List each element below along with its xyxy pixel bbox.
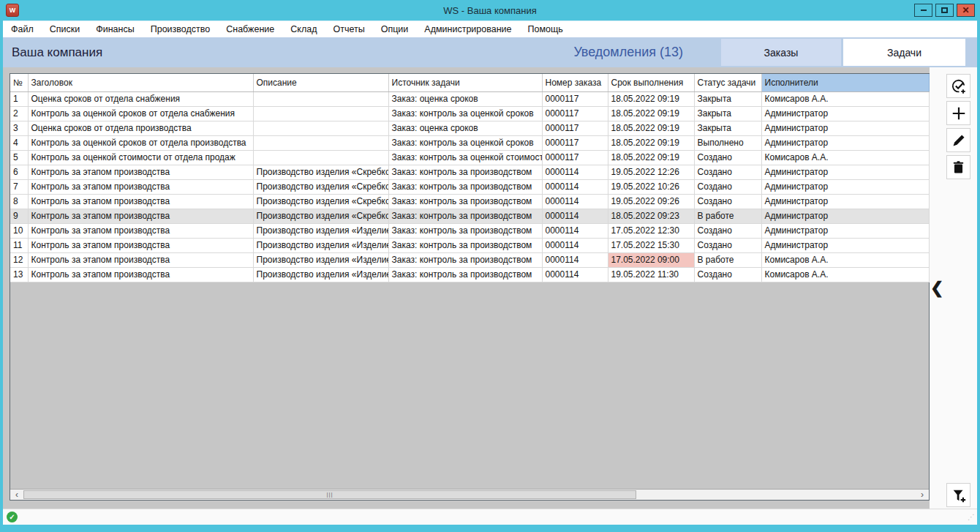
column-header[interactable]: Описание	[253, 74, 388, 91]
table-cell: Заказ: контроль за производством	[388, 209, 542, 223]
column-header[interactable]: Исполнители	[761, 74, 929, 91]
tab-orders[interactable]: Заказы	[721, 39, 841, 66]
window-title: WS - Ваша компания	[0, 5, 980, 16]
table-cell: 13	[10, 267, 28, 282]
table-cell: Контроль за этапом производства	[28, 179, 253, 194]
table-cell: Администратор	[761, 223, 929, 238]
table-cell: 19.05.2022 12:26	[608, 165, 694, 179]
table-cell: 18.05.2022 09:19	[608, 106, 694, 121]
scroll-left-icon[interactable]: ‹	[10, 490, 23, 500]
table-cell: 0000114	[542, 238, 608, 252]
table-cell: 17.05.2022 12:30	[608, 223, 694, 238]
table-row[interactable]: 8Контроль за этапом производстваПроизвод…	[10, 194, 929, 209]
table-cell: 0000114	[542, 267, 608, 282]
column-header[interactable]: Номер заказа	[542, 74, 608, 91]
table-cell	[253, 91, 388, 106]
column-header[interactable]: №	[10, 74, 28, 91]
table-cell: 18.05.2022 09:23	[608, 209, 694, 223]
table-cell: Оценка сроков от отдела производства	[28, 121, 253, 135]
menu-item[interactable]: Производство	[143, 21, 219, 37]
table-cell: Заказ: контроль за производством	[388, 252, 542, 267]
table-cell: Заказ: оценка сроков	[388, 121, 542, 135]
table-cell: Создано	[694, 150, 761, 165]
table-cell: Контроль за этапом производства	[28, 194, 253, 209]
table-row[interactable]: 4Контроль за оценкой сроков от отдела пр…	[10, 135, 929, 150]
table-cell: Создано	[694, 238, 761, 252]
menu-item[interactable]: Снабжение	[218, 21, 282, 37]
add-button[interactable]	[946, 101, 970, 125]
table-row[interactable]: 11Контроль за этапом производстваПроизво…	[10, 238, 929, 252]
table-cell: Контроль за оценкой сроков от отдела сна…	[28, 106, 253, 121]
column-header[interactable]: Срок выполнения	[608, 74, 694, 91]
table-row[interactable]: 12Контроль за этапом производстваПроизво…	[10, 252, 929, 267]
table-header-row: №ЗаголовокОписаниеИсточник задачиНомер з…	[10, 74, 929, 91]
table-cell: 18.05.2022 09:19	[608, 91, 694, 106]
close-button[interactable]: ✕	[957, 4, 975, 17]
maximize-button[interactable]	[935, 4, 954, 17]
mark-done-button[interactable]	[946, 74, 970, 98]
menu-item[interactable]: Администрирование	[416, 21, 519, 37]
table-cell: Заказ: контроль за оценкой стоимости	[388, 150, 542, 165]
table-cell: Закрыта	[694, 106, 761, 121]
menu-item[interactable]: Файл	[3, 21, 42, 37]
table-cell: Администратор	[761, 106, 929, 121]
table-row[interactable]: 7Контроль за этапом производстваПроизвод…	[10, 179, 929, 194]
table-cell: 19.05.2022 10:26	[608, 179, 694, 194]
menu-item[interactable]: Финансы	[88, 21, 142, 37]
table-cell: 10	[10, 223, 28, 238]
table-cell: 17.05.2022 09:00	[608, 252, 694, 267]
table-cell: Заказ: контроль за производством	[388, 267, 542, 282]
table-cell: 18.05.2022 09:19	[608, 150, 694, 165]
maximize-icon	[941, 7, 948, 13]
tab-notifications[interactable]: Уведомления (13)	[573, 45, 683, 60]
tab-tasks[interactable]: Задачи	[843, 39, 965, 66]
column-header[interactable]: Источник задачи	[388, 74, 542, 91]
table-row[interactable]: 9Контроль за этапом производстваПроизвод…	[10, 209, 929, 223]
table-cell: Заказ: контроль за оценкой сроков	[388, 106, 542, 121]
collapse-panel-chevron-icon[interactable]: ❮	[930, 280, 943, 296]
column-header[interactable]: Заголовок	[28, 74, 253, 91]
minimize-button[interactable]	[914, 4, 932, 17]
table-row[interactable]: 3Оценка сроков от отдела производстваЗак…	[10, 121, 929, 135]
table-row[interactable]: 1Оценка сроков от отдела снабженияЗаказ:…	[10, 91, 929, 106]
scrollbar-thumb[interactable]: |||	[23, 490, 636, 499]
table-row[interactable]: 10Контроль за этапом производстваПроизво…	[10, 223, 929, 238]
delete-button[interactable]	[946, 155, 970, 179]
table-cell: 12	[10, 252, 28, 267]
table-cell: Контроль за этапом производства	[28, 267, 253, 282]
table-cell: Комисаров А.А.	[761, 150, 929, 165]
table-row[interactable]: 13Контроль за этапом производстваПроизво…	[10, 267, 929, 282]
table-cell: 0000114	[542, 209, 608, 223]
table-cell: 0000114	[542, 165, 608, 179]
menu-item[interactable]: Склад	[282, 21, 325, 37]
page-title: Ваша компания	[3, 45, 102, 60]
scroll-right-icon[interactable]: ›	[916, 490, 929, 500]
table-cell: Контроль за этапом производства	[28, 223, 253, 238]
menu-item[interactable]: Отчеты	[325, 21, 372, 37]
filter-button[interactable]	[946, 483, 970, 507]
plus-icon	[951, 105, 967, 121]
resize-grip-icon: ⋰	[968, 513, 975, 521]
table-cell: Контроль за этапом производства	[28, 252, 253, 267]
table-cell: 1	[10, 91, 28, 106]
status-bar: ✓ ⋰	[3, 509, 977, 525]
table-cell: Производство изделия «Скребков	[253, 165, 388, 179]
menu-item[interactable]: Помощь	[520, 21, 571, 37]
table-cell: Контроль за этапом производства	[28, 165, 253, 179]
header-tabs: Уведомления (13) Заказы Задачи	[573, 37, 977, 67]
table-cell: 6	[10, 165, 28, 179]
table-cell: Заказ: контроль за производством	[388, 165, 542, 179]
table-row[interactable]: 2Контроль за оценкой сроков от отдела сн…	[10, 106, 929, 121]
menu-item[interactable]: Списки	[42, 21, 88, 37]
table-cell: Создано	[694, 179, 761, 194]
menu-item[interactable]: Опции	[373, 21, 417, 37]
grid-empty-area	[10, 282, 929, 490]
column-header[interactable]: Статус задачи	[694, 74, 761, 91]
edit-button[interactable]	[946, 128, 970, 152]
table-cell: Производство изделия «Изделие	[253, 238, 388, 252]
table-row[interactable]: 5Контроль за оценкой стоимости от отдела…	[10, 150, 929, 165]
table-cell: 7	[10, 179, 28, 194]
horizontal-scrollbar[interactable]: ‹ ||| ›	[10, 489, 929, 500]
status-ok-icon: ✓	[7, 512, 18, 522]
table-row[interactable]: 6Контроль за этапом производстваПроизвод…	[10, 165, 929, 179]
